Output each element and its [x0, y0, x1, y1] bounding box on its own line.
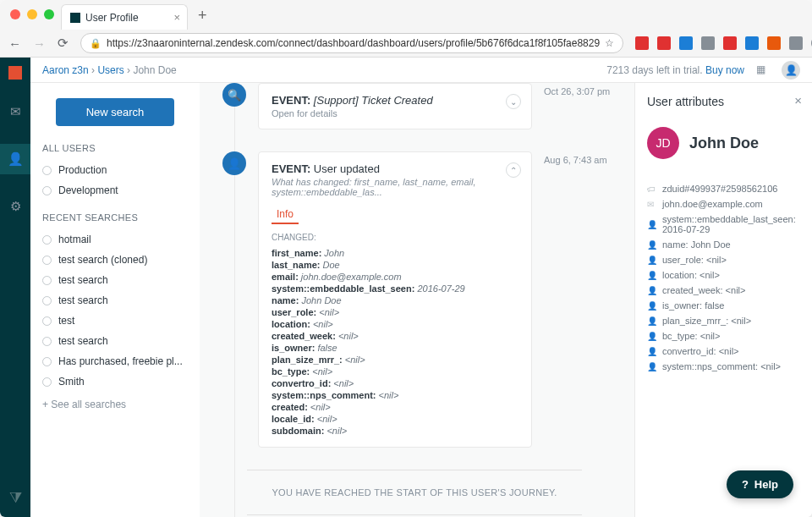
- breadcrumb-root[interactable]: Aaron z3n: [42, 64, 89, 76]
- see-all-searches[interactable]: + See all searches: [42, 399, 188, 410]
- attr-icon: 👤: [647, 362, 656, 371]
- gear-icon[interactable]: ⚙: [0, 191, 30, 222]
- divider: [247, 514, 582, 515]
- sidebar-item[interactable]: test search: [42, 290, 188, 311]
- topbar: Aaron z3n › Users › John Doe 7213 days l…: [30, 58, 812, 83]
- breadcrumb-users[interactable]: Users: [97, 64, 123, 76]
- sidebar-item[interactable]: Has purchased, freebie pl...: [42, 351, 188, 371]
- user-attr-row: 👤plan_size_mrr_: <nil>: [647, 313, 800, 328]
- url-bar[interactable]: 🔒 https://z3naaroninternal.zendesk.com/c…: [80, 33, 623, 53]
- event-time: Aug 6, 7:43 am: [544, 155, 607, 165]
- browser-window: User Profile × + ← → ⟳ 🔒 https://z3naaro…: [0, 0, 812, 517]
- attr-text: bc_type: <nil>: [662, 331, 721, 341]
- attr-text: user_role: <nil>: [662, 255, 727, 265]
- attr-icon: 👤: [647, 316, 656, 326]
- divider: [247, 470, 582, 470]
- recent-heading: RECENT SEARCHES: [42, 212, 188, 223]
- attr-text: system::embeddable_last_seen: 2016-07-29: [662, 214, 800, 234]
- users-icon[interactable]: 👤: [0, 144, 30, 174]
- close-tab-icon[interactable]: ×: [173, 11, 180, 24]
- close-window-icon[interactable]: [10, 9, 20, 19]
- browser-tab[interactable]: User Profile ×: [61, 4, 188, 30]
- sidebar-item[interactable]: test search: [42, 331, 188, 351]
- changed-attributes: first_name: Johnlast_name: Doeemail: joh…: [272, 247, 518, 437]
- collapse-icon[interactable]: ⌃: [506, 162, 521, 178]
- user-attr-row: 🏷zduid#499937#2598562106: [647, 181, 800, 196]
- info-tab[interactable]: Info: [272, 206, 299, 224]
- user-attr-row: 👤user_role: <nil>: [647, 252, 800, 267]
- attr-row: email: john.doe@example.com: [272, 271, 518, 283]
- ext-icon[interactable]: [701, 36, 715, 50]
- sidebar-item[interactable]: hotmail: [42, 229, 188, 250]
- attr-row: system::embeddable_last_seen: 2016-07-29: [272, 283, 518, 294]
- sidebar-item-label: test search: [58, 294, 108, 306]
- topbar-right: 7213 days left in trial. Buy now ▦ 👤: [606, 61, 800, 80]
- event-card[interactable]: ⌃ EVENT: User updated What has changed: …: [258, 151, 532, 448]
- bullet-icon: [42, 316, 52, 326]
- user-attr-row: 👤name: John Doe: [647, 237, 800, 252]
- attr-row: plan_size_mrr_: <nil>: [272, 354, 518, 366]
- attr-row: subdomain: <nil>: [272, 425, 518, 437]
- all-users-list: ProductionDevelopment: [42, 160, 188, 201]
- user-attr-row: 👤created_week: <nil>: [647, 283, 800, 298]
- breadcrumb: Aaron z3n › Users › John Doe: [42, 64, 177, 76]
- sidebar-item[interactable]: Smith: [42, 371, 188, 392]
- attr-row: system::nps_comment: <nil>: [272, 389, 518, 401]
- sidebar-item[interactable]: test search (cloned): [42, 250, 188, 270]
- buy-now-link[interactable]: Buy now: [705, 64, 744, 76]
- sidebar-item-label: test search: [58, 335, 108, 347]
- forward-icon[interactable]: →: [33, 36, 46, 51]
- sidebar-item[interactable]: Development: [42, 180, 188, 201]
- star-icon[interactable]: ☆: [605, 37, 614, 49]
- tab-bar: User Profile × +: [0, 0, 812, 30]
- close-icon[interactable]: ×: [794, 93, 802, 107]
- bullet-icon: [42, 186, 52, 195]
- apps-icon[interactable]: ▦: [756, 63, 770, 77]
- user-attr-row: 👤convertro_id: <nil>: [647, 344, 800, 359]
- attr-icon: 👤: [647, 256, 656, 265]
- ext-icon[interactable]: [767, 36, 781, 50]
- mail-icon[interactable]: ✉: [0, 96, 30, 127]
- ext-icon[interactable]: [723, 36, 737, 50]
- ext-icon[interactable]: [657, 36, 671, 50]
- sidebar-item[interactable]: test: [42, 311, 188, 331]
- attr-icon: 👤: [647, 301, 656, 311]
- extension-icons: ⋮: [635, 36, 812, 50]
- help-label: Help: [754, 478, 778, 491]
- logo-icon[interactable]: [8, 66, 22, 80]
- tab-title: User Profile: [85, 12, 139, 24]
- user-attr-row: 👤system::nps_comment: <nil>: [647, 359, 800, 374]
- new-search-button[interactable]: New search: [56, 98, 174, 126]
- user-attr-row: ✉john.doe@example.com: [647, 196, 800, 212]
- expand-icon[interactable]: ⌄: [506, 94, 521, 109]
- sidebar-item[interactable]: test search: [42, 270, 188, 290]
- new-tab-button[interactable]: +: [198, 7, 207, 30]
- reload-icon[interactable]: ⟳: [58, 36, 69, 51]
- ext-icon[interactable]: [745, 36, 759, 50]
- back-icon[interactable]: ←: [8, 36, 21, 51]
- user-name: John Doe: [689, 135, 759, 152]
- bullet-icon: [42, 377, 52, 387]
- attr-icon: 👤: [647, 271, 656, 280]
- maximize-window-icon[interactable]: [44, 9, 54, 19]
- sidebar-item-label: test search: [58, 274, 108, 286]
- sidebar-item[interactable]: Production: [42, 160, 188, 180]
- lock-icon: 🔒: [90, 38, 102, 49]
- attr-text: location: <nil>: [662, 270, 720, 280]
- content-area: Aaron z3n › Users › John Doe 7213 days l…: [30, 58, 812, 517]
- user-initials-badge: JD: [647, 127, 679, 159]
- avatar-icon[interactable]: 👤: [782, 61, 800, 80]
- app: ✉ 👤 ⚙ ⧩ Aaron z3n › Users › John Doe 721…: [0, 58, 812, 517]
- bullet-icon: [42, 166, 52, 175]
- bullet-icon: [42, 276, 52, 285]
- bullet-icon: [42, 337, 52, 346]
- ext-icon[interactable]: [679, 36, 693, 50]
- event-card[interactable]: ⌄ EVENT: [Support] Ticket Created Open f…: [258, 83, 532, 129]
- bullet-icon: [42, 256, 52, 265]
- zendesk-icon[interactable]: ⧩: [9, 489, 22, 507]
- ext-icon[interactable]: [635, 36, 649, 50]
- help-button[interactable]: ? Help: [727, 470, 793, 498]
- event-title: EVENT: [Support] Ticket Created: [272, 94, 518, 107]
- ext-icon[interactable]: [789, 36, 803, 50]
- minimize-window-icon[interactable]: [27, 9, 37, 19]
